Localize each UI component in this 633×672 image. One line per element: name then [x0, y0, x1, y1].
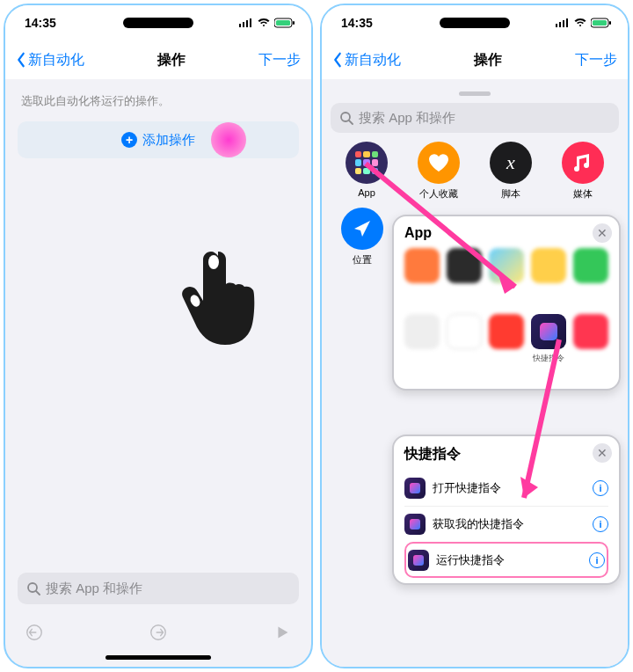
status-time: 14:35 [25, 16, 56, 30]
play-button[interactable] [273, 623, 292, 642]
svg-rect-1 [243, 22, 244, 27]
nav-bar: 新自动化 操作 下一步 [5, 40, 311, 79]
nav-title: 操作 [157, 51, 186, 69]
chevron-left-icon [332, 52, 343, 68]
popup-title: App [404, 225, 608, 241]
search-placeholder: 搜索 App 和操作 [359, 110, 455, 127]
svg-rect-19 [609, 21, 611, 25]
category-location[interactable]: 位置 [336, 208, 389, 267]
back-button[interactable]: 新自动化 [332, 51, 401, 69]
action-run-shortcut[interactable]: 运行快捷指令 i [404, 542, 608, 578]
svg-rect-15 [563, 20, 564, 27]
category-label: 媒体 [573, 187, 593, 201]
battery-icon [274, 18, 295, 28]
shortcuts-icon [404, 478, 426, 499]
add-action-button[interactable]: + 添加操作 [18, 121, 299, 158]
search-icon [339, 111, 353, 125]
plus-icon: + [121, 132, 137, 148]
hand-icon [174, 245, 262, 354]
category-media[interactable]: 媒体 [557, 142, 609, 201]
music-icon [562, 142, 604, 184]
category-row: App 个人收藏 x 脚本 媒体 [331, 142, 619, 201]
category-app[interactable]: App [340, 142, 393, 201]
svg-rect-3 [250, 18, 251, 27]
phone-right: 14:35 新自动化 操作 下一步 搜索 App 和操作 App [320, 4, 629, 668]
shortcuts-icon [408, 550, 429, 571]
search-icon [26, 581, 40, 595]
info-button[interactable]: i [589, 552, 605, 568]
svg-rect-16 [566, 18, 568, 27]
shortcuts-icon [404, 514, 426, 535]
action-open-shortcut[interactable]: 打开快捷指令 i [404, 471, 608, 506]
category-script[interactable]: x 脚本 [484, 142, 537, 201]
svg-rect-6 [293, 21, 295, 25]
undo-button[interactable] [25, 623, 44, 642]
category-label: 个人收藏 [419, 187, 458, 201]
back-label: 新自动化 [345, 51, 401, 69]
info-button[interactable]: i [593, 516, 608, 532]
svg-rect-5 [276, 20, 290, 26]
svg-rect-0 [239, 24, 241, 27]
category-label: App [358, 187, 375, 198]
search-input[interactable]: 搜索 App 和操作 [18, 573, 299, 604]
info-button[interactable]: i [593, 480, 608, 496]
status-right [239, 18, 295, 28]
apps-popup: ✕ App 快捷指令 [392, 215, 621, 391]
next-button[interactable]: 下一步 [258, 51, 301, 69]
home-indicator [106, 655, 211, 660]
app-label: 快捷指令 [533, 353, 564, 364]
next-button[interactable]: 下一步 [575, 51, 617, 69]
content-left: 选取此自动化将运行的操作。 + 添加操作 搜索 App 和操作 [5, 79, 311, 613]
action-label: 打开快捷指令 [433, 480, 501, 496]
svg-line-10 [36, 591, 40, 595]
wifi-icon [573, 18, 587, 28]
category-label: 脚本 [501, 187, 520, 201]
actions-popup: ✕ 快捷指令 打开快捷指令 i 获取我的快捷指令 i 运行快捷指令 i [392, 435, 621, 585]
action-list: 打开快捷指令 i 获取我的快捷指令 i 运行快捷指令 i [404, 471, 608, 578]
location-icon [341, 208, 383, 250]
svg-rect-14 [559, 22, 561, 27]
toolbar [5, 613, 311, 652]
category-favorites[interactable]: 个人收藏 [412, 142, 465, 201]
signal-icon [556, 18, 570, 27]
nav-bar: 新自动化 操作 下一步 [322, 40, 628, 79]
app-shortcuts[interactable]: 快捷指令 [531, 314, 566, 364]
subtitle: 选取此自动化将运行的操作。 [21, 93, 295, 109]
svg-line-21 [349, 121, 353, 124]
action-label: 获取我的快捷指令 [433, 516, 524, 532]
redo-button[interactable] [149, 623, 168, 642]
action-sheet: 搜索 App 和操作 App 个人收藏 x 脚本 媒体 [322, 84, 628, 667]
status-time: 14:35 [341, 16, 373, 30]
add-action-label: 添加操作 [142, 132, 195, 149]
notch [123, 18, 193, 28]
heart-icon [418, 142, 460, 184]
action-get-my-shortcuts[interactable]: 获取我的快捷指令 i [404, 506, 608, 542]
nav-title: 操作 [474, 51, 502, 69]
back-label: 新自动化 [28, 51, 84, 69]
search-input[interactable]: 搜索 App 和操作 [331, 103, 619, 133]
sheet-grabber[interactable] [459, 91, 491, 96]
close-button[interactable]: ✕ [593, 443, 612, 463]
script-icon: x [490, 142, 532, 184]
svg-point-7 [208, 255, 219, 269]
shortcuts-icon [531, 314, 566, 349]
phone-left: 14:35 新自动化 操作 下一步 选取此自动化将运行的操作。 + 添加操作 搜… [4, 4, 313, 668]
wifi-icon [257, 18, 271, 28]
status-right [556, 18, 612, 28]
category-label: 位置 [353, 253, 372, 267]
signal-icon [239, 18, 253, 27]
action-label: 运行快捷指令 [436, 552, 505, 568]
tap-indicator [211, 122, 246, 157]
battery-icon [591, 18, 612, 28]
svg-rect-18 [593, 20, 607, 26]
svg-rect-2 [246, 20, 248, 27]
search-placeholder: 搜索 App 和操作 [46, 581, 142, 597]
chevron-left-icon [16, 52, 26, 68]
close-button[interactable]: ✕ [593, 223, 612, 243]
back-button[interactable]: 新自动化 [16, 51, 84, 69]
svg-rect-13 [556, 24, 557, 27]
apps-icon [346, 142, 388, 184]
popup-title: 快捷指令 [404, 445, 608, 464]
notch [440, 18, 510, 28]
